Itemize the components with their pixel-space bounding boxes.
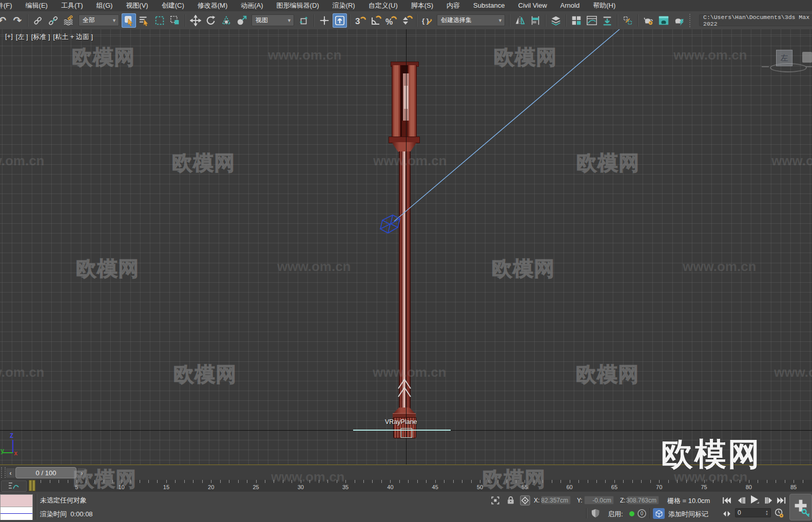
viewport-label-segment[interactable]: [+] <box>5 32 13 42</box>
select-and-link-icon[interactable] <box>31 13 45 28</box>
mirror-button[interactable] <box>513 13 527 28</box>
project-folder-dropdown[interactable]: C:\Users\Han\Documents\3ds Max 2022 ▼ <box>699 14 812 26</box>
ruler-tick <box>632 480 633 483</box>
percent-snap-toggle-button[interactable]: % <box>384 13 398 28</box>
layer-manager-button[interactable] <box>549 13 563 28</box>
menu-item[interactable]: 工具(T) <box>54 0 90 11</box>
menu-item[interactable]: 动画(A) <box>234 0 269 11</box>
frame-spinner[interactable]: ▲▼ <box>765 510 768 516</box>
select-and-move-button[interactable] <box>188 13 203 28</box>
use-pivot-point-center-button[interactable] <box>297 13 311 28</box>
script-safety-count-badge[interactable]: 0 <box>637 509 646 518</box>
select-and-scale-button[interactable] <box>219 13 234 28</box>
render-setup-button[interactable] <box>641 13 655 28</box>
material-editor-button[interactable] <box>621 13 635 28</box>
menu-item[interactable]: 脚本(S) <box>404 0 440 11</box>
absolute-mode-transform-toggle[interactable] <box>519 495 531 506</box>
corner-widget[interactable] <box>802 52 812 63</box>
toggle-ribbon-button[interactable] <box>569 13 584 28</box>
select-and-manipulate-button[interactable] <box>317 13 332 28</box>
time-tag-cube-button[interactable] <box>653 508 665 519</box>
listener-macro-pane[interactable] <box>1 495 32 507</box>
spinner-snap-toggle-button[interactable] <box>399 13 414 28</box>
menu-item[interactable]: 文件(F) <box>0 0 19 11</box>
unlink-selection-icon[interactable] <box>46 13 61 28</box>
edit-named-selection-sets-button[interactable]: { } <box>420 13 434 28</box>
go-to-end-button[interactable] <box>775 495 787 506</box>
toolbar-drag-separator[interactable] <box>689 14 694 27</box>
track-bar[interactable]: 0510152025303540455055606570758085 <box>0 480 812 492</box>
menu-item[interactable]: 修改器(M) <box>191 0 235 11</box>
selection-lock-toggle[interactable] <box>505 495 516 506</box>
menu-item[interactable]: 视图(V) <box>119 0 154 11</box>
isolate-selection-toggle[interactable] <box>490 495 501 506</box>
select-by-name-button[interactable] <box>137 13 151 28</box>
menu-item[interactable]: 编辑(E) <box>19 0 54 11</box>
menu-item[interactable]: 创建(C) <box>155 0 191 11</box>
named-selection-sets-dropdown[interactable]: 创建选择集 ▼ <box>437 14 505 26</box>
current-frame-marker[interactable] <box>29 480 35 491</box>
viewport-label-segment[interactable]: [粘土 + 边面 ] <box>53 32 93 42</box>
ruler-tick <box>776 480 776 483</box>
add-time-tag-text[interactable]: 添加时间标记 <box>668 510 708 519</box>
menu-item[interactable]: 内容 <box>440 0 467 11</box>
ruler-tick <box>516 480 516 483</box>
ruler-tick <box>112 480 113 483</box>
time-slider-grip[interactable] <box>1 467 6 478</box>
align-button[interactable] <box>528 13 543 28</box>
menu-item[interactable]: 图形编辑器(D) <box>270 0 326 11</box>
ruler-tick <box>614 480 615 483</box>
viewport-label-segment[interactable]: [左 ] <box>16 32 28 42</box>
schematic-view-button[interactable] <box>600 13 614 28</box>
ruler-tick <box>283 480 283 483</box>
maxscript-mini-listener[interactable] <box>0 494 33 520</box>
coord-y-field[interactable]: -0.0cm <box>584 496 614 505</box>
angle-snap-toggle-button[interactable] <box>369 13 383 28</box>
ruler-tick <box>758 480 758 483</box>
render-production-button[interactable] <box>672 13 686 28</box>
viewport-label-segment[interactable]: [标准 ] <box>31 32 50 42</box>
coord-z-field[interactable]: 308.763cm <box>627 496 659 505</box>
menu-item[interactable]: 自定义(U) <box>362 0 404 11</box>
select-object-button[interactable] <box>122 13 136 28</box>
window-crossing-toggle-button[interactable] <box>168 13 182 28</box>
reference-coordsys-dropdown[interactable]: 视图 ▼ <box>252 14 294 26</box>
time-configuration-button[interactable] <box>773 508 785 519</box>
listener-script-pane[interactable] <box>1 507 32 520</box>
ruler-frame-label: 5 <box>70 484 83 490</box>
bind-to-space-warp-icon[interactable] <box>62 13 76 28</box>
next-frame-slider-button[interactable]: › <box>77 468 87 478</box>
key-mode-toggle[interactable] <box>721 508 733 519</box>
previous-frame-slider-button[interactable]: ‹ <box>6 468 15 478</box>
menu-item[interactable]: Civil View <box>512 0 554 11</box>
keyboard-shortcut-override-toggle[interactable] <box>333 13 347 28</box>
undo-icon[interactable]: ↶ <box>0 13 9 28</box>
menu-item[interactable]: Arnold <box>554 0 587 11</box>
helper-cube-gizmo[interactable] <box>380 215 400 233</box>
viewport-canvas[interactable]: [+][左 ][标准 ][粘土 + 边面 ] VRayPlane <box>0 29 812 465</box>
coord-x-field[interactable]: 82.357cm <box>541 496 571 505</box>
menu-item[interactable]: 渲染(R) <box>326 0 362 11</box>
viewcube[interactable]: 左 <box>776 50 792 66</box>
menu-item[interactable]: Substance <box>467 0 511 11</box>
previous-frame-button[interactable] <box>735 495 747 506</box>
select-and-rotate-button[interactable] <box>204 13 218 28</box>
go-to-start-button[interactable] <box>721 495 733 506</box>
time-slider-handle[interactable]: 0 / 100 <box>15 467 76 478</box>
scene-script-safety-shield-icon[interactable] <box>590 508 601 518</box>
rendered-frame-window-button[interactable] <box>656 13 671 28</box>
select-and-place-button[interactable] <box>235 13 249 28</box>
rectangular-selection-region-button[interactable] <box>152 13 167 28</box>
current-frame-field[interactable]: 0 ▲▼ <box>735 508 771 517</box>
menu-item[interactable]: 帮助(H) <box>586 0 622 11</box>
trackbar-ruler[interactable]: 0510152025303540455055606570758085 <box>0 480 812 492</box>
menu-item[interactable]: 组(G) <box>90 0 120 11</box>
redo-icon[interactable]: ↷ <box>10 13 25 28</box>
play-animation-button[interactable] <box>748 494 761 505</box>
curve-editor-button[interactable] <box>585 13 599 28</box>
snap-toggle-3d-button[interactable]: 3 <box>353 13 368 28</box>
selection-filter-dropdown[interactable]: 全部 ▼ <box>79 14 119 26</box>
ruler-tick <box>140 480 140 483</box>
set-key-button[interactable] <box>789 494 812 520</box>
next-frame-button[interactable] <box>763 495 775 506</box>
